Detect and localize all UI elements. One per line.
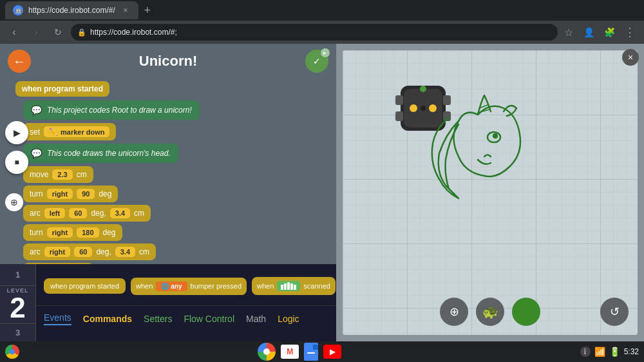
zoom-button[interactable]: ⊕ bbox=[440, 298, 468, 326]
play-button[interactable]: ▶ bbox=[5, 121, 28, 144]
bottom-panel: 1 LEVEL 2 3 when bbox=[0, 264, 336, 341]
back-button[interactable]: ← bbox=[8, 50, 31, 73]
project-title: Unicorn! bbox=[139, 53, 197, 70]
chromeos-logo[interactable] bbox=[5, 345, 19, 359]
tab-bar: Events Commands Setters Flow Control Mat… bbox=[0, 305, 336, 331]
svg-rect-5 bbox=[395, 111, 403, 121]
address-text: https://code.irobot.com/#; bbox=[90, 28, 177, 37]
comment-icon-2: 💬 bbox=[31, 148, 42, 158]
canvas-controls: ⊕ 🐢 bbox=[440, 298, 540, 326]
play-canvas-button[interactable] bbox=[512, 298, 540, 326]
tab-close-button[interactable]: × bbox=[120, 5, 131, 15]
stop-button[interactable]: ■ bbox=[5, 151, 28, 174]
battery-icon: 🔋 bbox=[609, 347, 620, 357]
event-block-label: when program started bbox=[22, 84, 103, 93]
level-row-1: 1 bbox=[15, 270, 20, 280]
svg-point-10 bbox=[429, 104, 437, 112]
tab-math[interactable]: Math bbox=[246, 314, 266, 324]
set-marker-block[interactable]: set ✏️ marker down bbox=[23, 123, 116, 140]
when-program-started-block[interactable]: when program started bbox=[15, 81, 109, 97]
svg-point-11 bbox=[421, 106, 426, 111]
comment-text-2: This code draws the unicorn's head. bbox=[47, 149, 171, 158]
move-block-1[interactable]: move 2.3 cm bbox=[23, 166, 93, 183]
svg-point-9 bbox=[410, 104, 417, 112]
taskbar: M ▶ ℹ 📶 🔋 5:32 bbox=[0, 341, 644, 362]
bookmark-button[interactable]: ☆ bbox=[564, 26, 573, 39]
bottom-bumper-block[interactable]: when 🌐 any bumper pressed bbox=[131, 278, 247, 295]
level-row-3: 3 bbox=[15, 328, 20, 338]
wifi-icon: 📶 bbox=[594, 347, 605, 357]
arc-block-1[interactable]: arc left 60 deg, 3.4 cm bbox=[23, 205, 151, 222]
comment-icon-1: 💬 bbox=[31, 105, 42, 115]
arc-block-2[interactable]: arc right 60 deg, 3.4 cm bbox=[23, 243, 156, 260]
address-bar[interactable]: 🔒 https://code.irobot.com/#; bbox=[71, 24, 558, 41]
grid-background bbox=[343, 50, 638, 335]
forward-nav-button[interactable]: › bbox=[27, 23, 45, 41]
taskbar-left bbox=[5, 345, 19, 359]
bottom-scanned-block[interactable]: when scanned bbox=[252, 277, 336, 295]
svg-point-15 bbox=[493, 134, 497, 138]
svg-rect-4 bbox=[395, 95, 403, 105]
refresh-button[interactable]: ↻ bbox=[49, 23, 67, 41]
svg-rect-6 bbox=[443, 95, 451, 105]
secure-icon: 🔒 bbox=[77, 28, 86, 37]
check-icon: ✓ bbox=[313, 56, 321, 66]
tab-setters[interactable]: Setters bbox=[144, 314, 172, 324]
new-tab-button[interactable]: + bbox=[138, 1, 156, 19]
extensions-button[interactable]: 🧩 bbox=[600, 23, 618, 41]
clock: 5:32 bbox=[624, 347, 639, 356]
tab-events[interactable]: Events bbox=[44, 312, 71, 325]
turn-block-2[interactable]: turn right 180 deg bbox=[23, 224, 122, 241]
turtle-button[interactable]: 🐢 bbox=[476, 298, 504, 326]
docs-taskbar-icon[interactable] bbox=[304, 343, 318, 361]
tab-title: https://code.irobot.com/#/ bbox=[28, 6, 115, 15]
tab-logic[interactable]: Logic bbox=[278, 314, 299, 324]
taskbar-info-icon: ℹ bbox=[580, 347, 591, 357]
bottom-when-program-block[interactable]: when program started bbox=[44, 278, 126, 294]
canvas-panel: × bbox=[336, 44, 644, 341]
bottom-blocks-scroll[interactable]: when program started when 🌐 any bumper p… bbox=[0, 264, 336, 305]
drawing-canvas: ⊕ 🐢 ↺ bbox=[343, 50, 638, 335]
taskbar-center: M ▶ bbox=[258, 343, 341, 361]
check-button[interactable]: ✓ ▸ bbox=[305, 50, 328, 73]
comment-block-1[interactable]: 💬 This project codes Root to draw a unic… bbox=[23, 100, 200, 120]
comment-text-1: This project codes Root to draw a unicor… bbox=[47, 106, 192, 115]
user-button[interactable]: 👤 bbox=[580, 23, 598, 41]
tab-favicon: 🤖 bbox=[13, 5, 23, 15]
replay-button[interactable]: ↺ bbox=[600, 298, 629, 326]
globe-icon: 🌐 bbox=[161, 283, 169, 290]
turn-block-1[interactable]: turn right 90 deg bbox=[23, 186, 118, 202]
chrome-taskbar-icon[interactable] bbox=[258, 343, 276, 361]
taskbar-right: ℹ 📶 🔋 5:32 bbox=[580, 347, 639, 357]
close-canvas-button[interactable]: × bbox=[622, 49, 639, 66]
tab-flow-control[interactable]: Flow Control bbox=[184, 314, 234, 324]
comment-block-2[interactable]: 💬 This code draws the unicorn's head. bbox=[23, 144, 178, 163]
svg-rect-1 bbox=[343, 50, 638, 335]
svg-point-8 bbox=[420, 86, 426, 92]
menu-button[interactable]: ⋮ bbox=[621, 23, 639, 41]
tab-commands[interactable]: Commands bbox=[83, 314, 132, 324]
zoom-in-button[interactable]: ⊕ bbox=[5, 193, 23, 211]
browser-tab[interactable]: 🤖 https://code.irobot.com/#/ × bbox=[5, 1, 138, 19]
marker-icon: ✏️ bbox=[49, 128, 58, 136]
level-number: 2 bbox=[10, 294, 25, 322]
back-nav-button[interactable]: ‹ bbox=[5, 23, 23, 41]
gmail-taskbar-icon[interactable]: M bbox=[281, 345, 299, 359]
youtube-taskbar-icon[interactable]: ▶ bbox=[323, 345, 341, 359]
